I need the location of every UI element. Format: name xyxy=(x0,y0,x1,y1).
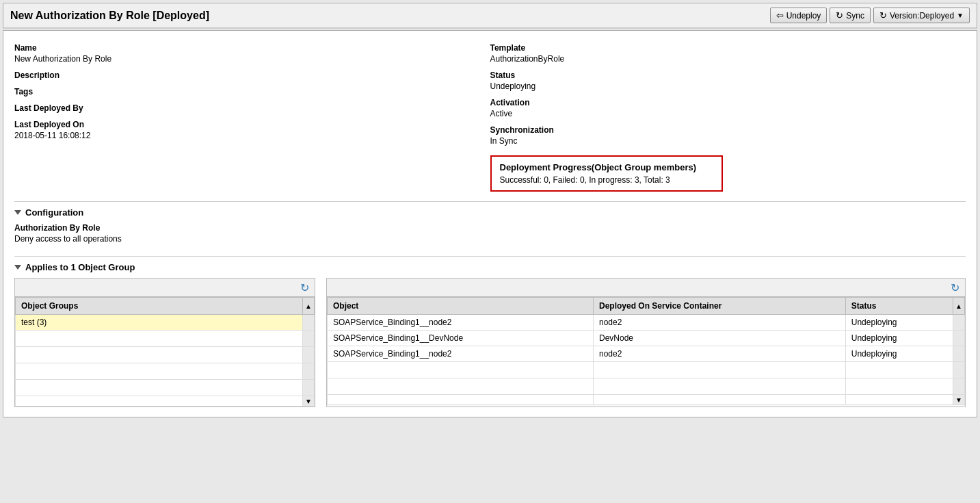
name-value: New Authorization By Role xyxy=(14,54,490,64)
object-groups-section: Applies to 1 Object Group ↻ Object Group… xyxy=(14,262,966,407)
container-col-header: Deployed On Service Container xyxy=(593,298,845,315)
template-value: AuthorizationByRole xyxy=(490,54,966,64)
table-row-empty-2 xyxy=(16,347,315,363)
synchronization-value: In Sync xyxy=(490,136,966,146)
sync-icon: ↻ xyxy=(836,10,843,21)
right-refresh-icon[interactable]: ↻ xyxy=(949,281,961,294)
status-cell: Undeploying xyxy=(845,315,953,331)
scroll-cell xyxy=(303,315,315,331)
scroll-up-icon[interactable]: ▲ xyxy=(303,302,314,310)
table-row[interactable]: SOAPService_Binding1__node2node2Undeploy… xyxy=(328,315,965,331)
status-value: Undeploying xyxy=(490,81,966,91)
left-refresh-icon[interactable]: ↻ xyxy=(298,281,310,294)
undeploy-button[interactable]: ⇦ Undeploy xyxy=(770,8,827,23)
right-scroll-col-header: ▲ xyxy=(953,298,965,315)
object-cell: SOAPService_Binding1__node2 xyxy=(328,315,594,331)
object-cell: SOAPService_Binding1__node2 xyxy=(328,346,594,362)
container-cell: node2 xyxy=(593,315,845,331)
deployment-progress-title: Deployment Progress(Object Group members… xyxy=(500,162,713,172)
deployment-progress-value: Successful: 0, Failed: 0, In progress: 3… xyxy=(500,175,713,185)
divider-2 xyxy=(14,256,966,257)
status-field: Status Undeploying xyxy=(490,70,966,91)
object-col-header: Object xyxy=(328,298,594,315)
info-section: Name New Authorization By Role Descripti… xyxy=(14,40,966,194)
table-row[interactable]: SOAPService_Binding1__node2node2Undeploy… xyxy=(328,346,965,362)
table-row-empty xyxy=(328,378,965,395)
undeploy-icon: ⇦ xyxy=(776,10,784,21)
tags-field: Tags xyxy=(14,87,490,96)
configuration-header: Configuration xyxy=(14,207,966,218)
table-row[interactable]: SOAPService_Binding1__DevNodeDevNodeUnde… xyxy=(328,331,965,346)
status-cell: Undeploying xyxy=(845,346,953,362)
configuration-title: Configuration xyxy=(25,207,83,218)
object-cell: SOAPService_Binding1__DevNode xyxy=(328,331,594,346)
object-groups-panel: ↻ Object Groups ▲ xyxy=(14,278,315,407)
table-row[interactable]: test (3) xyxy=(16,315,315,331)
right-scroll-down-icon[interactable]: ▼ xyxy=(955,396,962,404)
main-content: Name New Authorization By Role Descripti… xyxy=(3,30,977,417)
status-col-header: Status xyxy=(845,298,953,315)
header-bar: New Authorization By Role [Deployed] ⇦ U… xyxy=(3,3,977,29)
tables-row: ↻ Object Groups ▲ xyxy=(14,278,966,407)
last-deployed-on-field: Last Deployed On 2018-05-11 16:08:12 xyxy=(14,120,490,140)
table-row-empty-4 xyxy=(16,380,315,396)
expand-object-groups-icon[interactable] xyxy=(14,265,21,270)
container-cell: DevNode xyxy=(593,331,845,346)
template-label: Template xyxy=(490,43,966,53)
right-scroll-up-icon[interactable]: ▲ xyxy=(953,302,964,310)
activation-field: Activation Active xyxy=(490,98,966,118)
activation-value: Active xyxy=(490,109,966,118)
objects-table: Object Deployed On Service Container Sta… xyxy=(327,297,965,405)
version-icon: ↻ xyxy=(879,10,887,21)
info-left: Name New Authorization By Role Descripti… xyxy=(14,40,490,194)
template-field: Template AuthorizationByRole xyxy=(490,43,966,64)
status-cell: Undeploying xyxy=(845,331,953,346)
policy-name: Authorization By Role xyxy=(14,223,966,233)
deployment-progress-box: Deployment Progress(Object Group members… xyxy=(490,155,723,192)
chevron-down-icon: ▼ xyxy=(957,12,964,19)
header-buttons: ⇦ Undeploy ↻ Sync ↻ Version:Deployed ▼ xyxy=(770,8,970,23)
table-row-empty-1 xyxy=(16,331,315,347)
table-row-empty xyxy=(328,362,965,378)
sync-button[interactable]: ↻ Sync xyxy=(830,8,871,23)
activation-label: Activation xyxy=(490,98,966,107)
configuration-section: Configuration Authorization By Role Deny… xyxy=(14,207,966,249)
policy-desc: Deny access to all operations xyxy=(14,234,966,244)
scroll-down-icon[interactable]: ▼ xyxy=(305,398,312,405)
synchronization-label: Synchronization xyxy=(490,125,966,135)
last-deployed-on-label: Last Deployed On xyxy=(14,120,490,129)
last-deployed-on-value: 2018-05-11 16:08:12 xyxy=(14,131,490,140)
tags-label: Tags xyxy=(14,87,490,96)
left-panel-refresh: ↻ xyxy=(15,279,315,297)
object-groups-table: Object Groups ▲ test (3) xyxy=(15,297,315,407)
version-button[interactable]: ↻ Version:Deployed ▼ xyxy=(873,8,970,23)
container-cell: node2 xyxy=(593,346,845,362)
object-group-name: test (3) xyxy=(16,315,303,331)
objects-panel: ↻ Object Deployed On Service Container xyxy=(326,278,966,407)
synchronization-field: Synchronization In Sync xyxy=(490,125,966,146)
last-deployed-by-label: Last Deployed By xyxy=(14,103,490,113)
page-title: New Authorization By Role [Deployed] xyxy=(10,10,209,22)
description-label: Description xyxy=(14,70,490,80)
right-panel-refresh: ↻ xyxy=(327,279,965,297)
name-label: Name xyxy=(14,43,490,53)
divider-1 xyxy=(14,201,966,202)
object-groups-title: Applies to 1 Object Group xyxy=(25,262,135,272)
object-groups-header: Applies to 1 Object Group xyxy=(14,262,966,272)
expand-config-icon[interactable] xyxy=(14,210,21,215)
table-row-empty-3 xyxy=(16,363,315,380)
status-label: Status xyxy=(490,70,966,80)
scroll-col-header: ▲ xyxy=(303,298,315,315)
description-field: Description xyxy=(14,70,490,80)
last-deployed-by-field: Last Deployed By xyxy=(14,103,490,113)
name-field: Name New Authorization By Role xyxy=(14,43,490,64)
info-right: Template AuthorizationByRole Status Unde… xyxy=(490,40,966,194)
object-groups-col-header: Object Groups xyxy=(16,298,303,315)
